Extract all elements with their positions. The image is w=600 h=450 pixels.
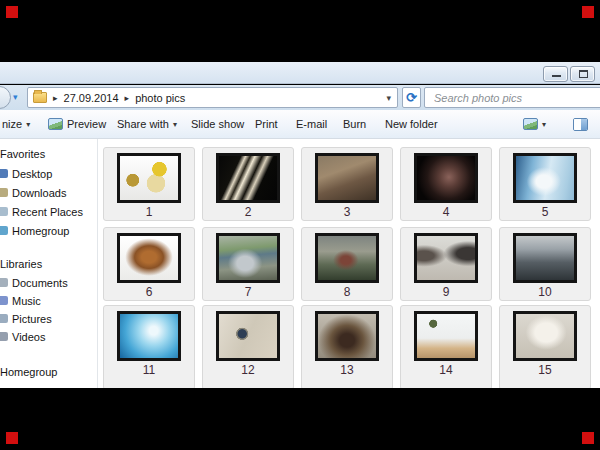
photo-item-5[interactable]: 5 — [499, 147, 591, 221]
email-button[interactable]: E-mail — [296, 110, 327, 138]
photo-item-8[interactable]: 8 — [301, 227, 393, 301]
photo-item-4[interactable]: 4 — [400, 147, 492, 221]
photo-label: 1 — [104, 205, 194, 219]
photo-thumbnail — [513, 311, 577, 361]
photo-item-10[interactable]: 10 — [499, 227, 591, 301]
preview-button[interactable]: Preview — [48, 110, 106, 138]
share-with-button[interactable]: Share with ▾ — [117, 110, 177, 138]
slide-show-button[interactable]: Slide show — [191, 110, 244, 138]
corner-marker — [582, 6, 594, 18]
breadcrumb-item-date[interactable]: 27.09.2014 — [64, 92, 119, 104]
photo-thumbnail — [216, 233, 280, 283]
sidebar-item-videos[interactable]: Videos — [0, 329, 96, 344]
print-button[interactable]: Print — [255, 110, 278, 138]
photo-label: 8 — [302, 285, 392, 299]
print-label: Print — [255, 118, 278, 130]
change-view-button[interactable]: ▾ — [523, 110, 546, 138]
photo-label: 10 — [500, 285, 590, 299]
maximize-icon — [579, 70, 588, 78]
photo-item-1[interactable]: 1 — [103, 147, 195, 221]
photo-label: 11 — [104, 363, 194, 377]
homegroup-icon — [0, 226, 8, 235]
minimize-icon — [552, 75, 561, 77]
photo-item-15[interactable]: 15 — [499, 305, 591, 390]
search-input[interactable] — [425, 89, 600, 108]
photo-thumbnail — [414, 153, 478, 203]
sidebar-item-desktop[interactable]: Desktop — [0, 166, 96, 181]
new-folder-label: New folder — [385, 118, 438, 130]
photo-label: 12 — [203, 363, 293, 377]
photo-item-12[interactable]: 12 — [202, 305, 294, 390]
letterbox-bottom — [0, 388, 600, 450]
photo-label: 7 — [203, 285, 293, 299]
breadcrumb-arrow-icon: ▸ — [47, 93, 64, 103]
photo-item-6[interactable]: 6 — [103, 227, 195, 301]
photo-thumbnail — [315, 233, 379, 283]
photo-item-14[interactable]: 14 — [400, 305, 492, 390]
sidebar-group-favorites[interactable]: Favorites — [0, 146, 96, 161]
photo-thumbnail — [117, 153, 181, 203]
history-chevron-down-icon[interactable]: ▾ — [13, 92, 18, 102]
burn-label: Burn — [343, 118, 366, 130]
photo-label: 5 — [500, 205, 590, 219]
photo-item-9[interactable]: 9 — [400, 227, 492, 301]
back-button[interactable] — [0, 86, 11, 109]
address-dropdown-icon[interactable]: ▾ — [386, 93, 391, 103]
photo-label: 9 — [401, 285, 491, 299]
address-bar-row: ▾ ▸ 27.09.2014 ▸ photo pics ▾ ⟳ — [0, 85, 600, 110]
title-bar — [0, 62, 600, 84]
maximize-button[interactable] — [570, 66, 595, 82]
photo-item-7[interactable]: 7 — [202, 227, 294, 301]
sidebar-item-label: Recent Places — [12, 206, 83, 218]
photo-label: 14 — [401, 363, 491, 377]
photo-thumbnail — [117, 233, 181, 283]
folder-icon — [33, 92, 47, 103]
sidebar-item-recent-places[interactable]: Recent Places — [0, 204, 96, 219]
preview-pane-icon — [573, 118, 588, 131]
views-icon — [523, 118, 538, 130]
photo-item-2[interactable]: 2 — [202, 147, 294, 221]
photo-thumbnail — [117, 311, 181, 361]
sidebar-group-homegroup[interactable]: Homegroup — [0, 364, 96, 379]
chevron-down-icon: ▾ — [542, 120, 546, 129]
breadcrumb-item-folder[interactable]: photo pics — [135, 92, 185, 104]
minimize-button[interactable] — [543, 66, 568, 82]
sidebar-item-label: Videos — [12, 331, 45, 343]
sidebar-item-downloads[interactable]: Downloads — [0, 185, 96, 200]
photo-thumbnail — [414, 233, 478, 283]
burn-button[interactable]: Burn — [343, 110, 366, 138]
organize-button[interactable]: nize ▾ — [2, 110, 30, 138]
sidebar-divider[interactable] — [97, 139, 98, 388]
photo-thumbnail — [216, 311, 280, 361]
sidebar-item-music[interactable]: Music — [0, 293, 96, 308]
corner-marker — [6, 432, 18, 444]
breadcrumb[interactable]: ▸ 27.09.2014 ▸ photo pics ▾ — [27, 87, 398, 108]
search-box — [424, 87, 600, 108]
chevron-down-icon: ▾ — [173, 120, 177, 129]
photo-label: 6 — [104, 285, 194, 299]
sidebar-group-libraries[interactable]: Libraries — [0, 256, 96, 271]
photo-item-13[interactable]: 13 — [301, 305, 393, 390]
photo-thumbnail — [513, 153, 577, 203]
sidebar-item-label: Homegroup — [12, 225, 69, 237]
refresh-button[interactable]: ⟳ — [402, 87, 421, 108]
breadcrumb-arrow-icon: ▸ — [119, 93, 136, 103]
letterbox-top — [0, 0, 600, 62]
photo-item-11[interactable]: 11 — [103, 305, 195, 390]
photo-thumbnail — [315, 153, 379, 203]
sidebar-item-label: Downloads — [12, 187, 66, 199]
slide-show-label: Slide show — [191, 118, 244, 130]
sidebar-item-documents[interactable]: Documents — [0, 275, 96, 290]
sidebar-item-pictures[interactable]: Pictures — [0, 311, 96, 326]
preview-label: Preview — [67, 118, 106, 130]
sidebar-item-homegroup[interactable]: Homegroup — [0, 223, 96, 238]
photo-label: 4 — [401, 205, 491, 219]
photo-thumbnail — [315, 311, 379, 361]
photo-item-3[interactable]: 3 — [301, 147, 393, 221]
photo-label: 3 — [302, 205, 392, 219]
sidebar-item-label: Desktop — [12, 168, 52, 180]
share-with-label: Share with — [117, 118, 169, 130]
photo-thumbnail — [513, 233, 577, 283]
new-folder-button[interactable]: New folder — [385, 110, 438, 138]
preview-pane-button[interactable] — [573, 110, 588, 138]
